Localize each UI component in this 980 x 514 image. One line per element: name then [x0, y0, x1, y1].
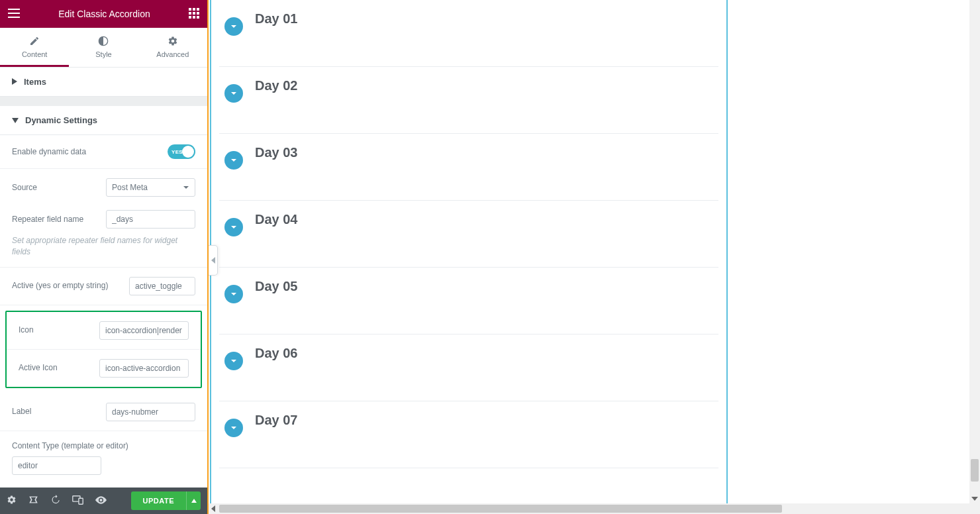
- accordion-item-label: Day 03: [255, 145, 298, 160]
- accordion-item-label: Day 04: [255, 212, 298, 227]
- svg-rect-7: [193, 12, 195, 15]
- chevron-down-circle-icon: [224, 419, 243, 437]
- footer-settings-icon[interactable]: [7, 495, 17, 507]
- section-dynamic-settings[interactable]: Dynamic Settings: [0, 106, 207, 135]
- accordion-item[interactable]: Day 05: [219, 268, 718, 334]
- control-label-field: Label: [0, 393, 207, 431]
- icon-input[interactable]: [99, 321, 189, 340]
- repeater-hint: Set appropriate repeater field names for…: [12, 235, 195, 258]
- section-dynamic-label: Dynamic Settings: [25, 115, 97, 125]
- update-button-group: UPDATE: [131, 491, 201, 510]
- active-field-label: Active (yes or empty string): [12, 280, 122, 291]
- control-active-icon: Active Icon: [7, 350, 201, 387]
- svg-rect-9: [189, 16, 191, 19]
- source-select[interactable]: [106, 178, 195, 197]
- tab-advanced-label: Advanced: [138, 50, 207, 58]
- accordion-item[interactable]: Day 06: [219, 334, 718, 401]
- chevron-down-circle-icon: [224, 285, 243, 303]
- repeater-input[interactable]: [106, 210, 195, 229]
- horizontal-scrollbar[interactable]: [209, 503, 980, 514]
- svg-rect-5: [197, 8, 199, 11]
- repeater-label: Repeater field name: [12, 214, 99, 225]
- editor-footer: UPDATE: [0, 488, 207, 514]
- svg-rect-6: [189, 12, 191, 15]
- icon-label: Icon: [19, 325, 93, 336]
- svg-rect-3: [189, 8, 191, 11]
- svg-rect-10: [193, 16, 195, 19]
- section-items-label: Items: [24, 77, 46, 87]
- apps-icon[interactable]: [189, 8, 199, 21]
- active-icon-input[interactable]: [99, 359, 189, 378]
- chevron-down-circle-icon: [224, 84, 243, 103]
- editor-panel: Edit Classic Accordion Content Style Adv…: [0, 0, 209, 514]
- accordion-item[interactable]: Day 03: [219, 134, 718, 201]
- svg-rect-1: [8, 13, 20, 14]
- horizontal-scrollbar-thumb[interactable]: [219, 505, 782, 513]
- tab-content[interactable]: Content: [0, 28, 69, 67]
- svg-rect-11: [197, 16, 199, 19]
- content-type-label: Content Type (template or editor): [12, 440, 195, 452]
- switch-on-label: YES: [172, 149, 183, 155]
- section-divider: [0, 97, 207, 106]
- tab-style[interactable]: Style: [69, 28, 138, 67]
- svg-rect-8: [197, 12, 199, 15]
- accordion-item[interactable]: Day 04: [219, 201, 718, 268]
- tab-advanced[interactable]: Advanced: [138, 28, 207, 67]
- preview-area: Day 01Day 02Day 03Day 04Day 05Day 06Day …: [210, 0, 728, 503]
- active-field-input[interactable]: [129, 277, 195, 295]
- enable-dynamic-label: Enable dynamic data: [12, 146, 161, 158]
- tab-content-label: Content: [0, 50, 69, 58]
- switch-knob: [182, 146, 194, 158]
- menu-icon[interactable]: [8, 9, 20, 20]
- chevron-down-circle-icon: [224, 352, 243, 370]
- content-type-input[interactable]: [12, 456, 101, 475]
- accordion-item-label: Day 02: [255, 78, 298, 93]
- pencil-icon: [0, 36, 69, 46]
- control-repeater: Repeater field name Set appropriate repe…: [0, 201, 207, 268]
- section-items[interactable]: Items: [0, 68, 207, 97]
- vertical-scrollbar-thumb[interactable]: [971, 459, 979, 482]
- label-field-label: Label: [12, 406, 99, 417]
- control-content-type: Content Type (template or editor): [0, 431, 207, 485]
- control-active-field: Active (yes or empty string): [0, 268, 207, 305]
- footer-navigator-icon[interactable]: [28, 495, 38, 507]
- scroll-left-arrow[interactable]: [209, 503, 219, 514]
- preview-canvas[interactable]: Day 01Day 02Day 03Day 04Day 05Day 06Day …: [210, 0, 728, 503]
- update-button[interactable]: UPDATE: [131, 491, 186, 510]
- footer-responsive-icon[interactable]: [72, 495, 83, 507]
- footer-preview-icon[interactable]: [95, 496, 107, 506]
- accordion-item[interactable]: Day 07: [219, 401, 718, 468]
- caret-down-icon: [12, 115, 25, 125]
- update-caret-button[interactable]: [186, 491, 201, 510]
- accordion-item[interactable]: Day 02: [219, 67, 718, 134]
- caret-right-icon: [12, 77, 24, 87]
- panel-collapse-handle[interactable]: [209, 245, 218, 276]
- svg-rect-14: [79, 498, 83, 504]
- svg-rect-4: [193, 8, 195, 11]
- control-icon: Icon: [7, 312, 201, 350]
- editor-title: Edit Classic Accordion: [20, 9, 189, 19]
- editor-header: Edit Classic Accordion: [0, 0, 207, 28]
- highlighted-icon-controls: Icon Active Icon: [5, 311, 202, 388]
- accordion-item-label: Day 01: [255, 11, 298, 26]
- label-field-input[interactable]: [106, 403, 195, 421]
- contrast-icon: [69, 36, 138, 46]
- gear-icon: [138, 36, 207, 46]
- footer-history-icon[interactable]: [50, 495, 60, 507]
- editor-body: Items Dynamic Settings Enable dynamic da…: [0, 68, 207, 488]
- accordion-item[interactable]: Day 01: [219, 0, 718, 67]
- svg-rect-0: [8, 9, 20, 10]
- horizontal-scrollbar-track[interactable]: [219, 503, 980, 514]
- accordion-item-label: Day 07: [255, 413, 298, 428]
- active-icon-label: Active Icon: [19, 362, 93, 374]
- source-label: Source: [12, 182, 99, 193]
- accordion-item-label: Day 06: [255, 346, 298, 361]
- chevron-down-circle-icon: [224, 151, 243, 170]
- tab-style-label: Style: [69, 50, 138, 58]
- scroll-down-arrow[interactable]: [969, 493, 980, 503]
- enable-dynamic-switch[interactable]: YES: [168, 144, 195, 159]
- vertical-scrollbar[interactable]: [969, 0, 980, 503]
- editor-tabs: Content Style Advanced: [0, 28, 207, 68]
- svg-rect-2: [8, 17, 20, 18]
- accordion-item-label: Day 05: [255, 279, 298, 294]
